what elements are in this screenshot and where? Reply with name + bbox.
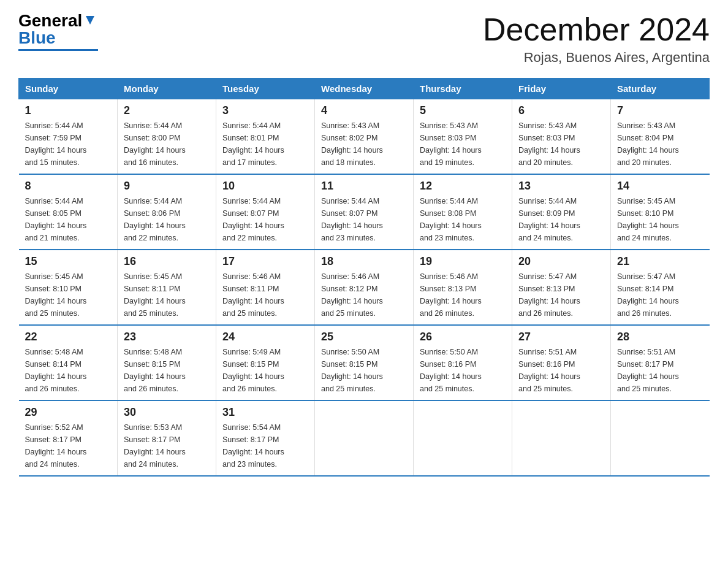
logo-triangle-icon — [83, 13, 97, 27]
day-info: Sunrise: 5:44 AM Sunset: 8:07 PM Dayligh… — [321, 195, 407, 244]
table-row: 15 Sunrise: 5:45 AM Sunset: 8:10 PM Dayl… — [19, 250, 118, 325]
location-subtitle: Rojas, Buenos Aires, Argentina — [483, 50, 710, 66]
header-sunday: Sunday — [19, 79, 118, 99]
table-row: 29 Sunrise: 5:52 AM Sunset: 8:17 PM Dayl… — [19, 400, 118, 476]
table-row — [315, 400, 414, 476]
day-info: Sunrise: 5:49 AM Sunset: 8:15 PM Dayligh… — [222, 346, 308, 395]
calendar-header-row: Sunday Monday Tuesday Wednesday Thursday… — [19, 79, 710, 99]
table-row: 14 Sunrise: 5:45 AM Sunset: 8:10 PM Dayl… — [611, 174, 710, 250]
table-row: 1 Sunrise: 5:44 AM Sunset: 7:59 PM Dayli… — [19, 99, 118, 175]
table-row — [512, 400, 611, 476]
calendar-week-row: 8 Sunrise: 5:44 AM Sunset: 8:05 PM Dayli… — [19, 174, 710, 250]
day-info: Sunrise: 5:50 AM Sunset: 8:16 PM Dayligh… — [420, 346, 506, 395]
table-row: 26 Sunrise: 5:50 AM Sunset: 8:16 PM Dayl… — [414, 325, 512, 400]
day-info: Sunrise: 5:47 AM Sunset: 8:13 PM Dayligh… — [518, 270, 604, 320]
day-number: 24 — [222, 331, 308, 343]
table-row: 21 Sunrise: 5:47 AM Sunset: 8:14 PM Dayl… — [611, 250, 710, 325]
day-info: Sunrise: 5:43 AM Sunset: 8:03 PM Dayligh… — [420, 120, 506, 169]
day-number: 2 — [124, 104, 210, 117]
day-number: 22 — [25, 331, 112, 343]
day-number: 6 — [518, 104, 604, 117]
header-thursday: Thursday — [414, 79, 512, 99]
table-row: 2 Sunrise: 5:44 AM Sunset: 8:00 PM Dayli… — [118, 99, 216, 175]
table-row: 12 Sunrise: 5:44 AM Sunset: 8:08 PM Dayl… — [414, 174, 512, 250]
day-info: Sunrise: 5:46 AM Sunset: 8:12 PM Dayligh… — [321, 270, 407, 320]
day-info: Sunrise: 5:48 AM Sunset: 8:14 PM Dayligh… — [25, 346, 112, 395]
day-info: Sunrise: 5:43 AM Sunset: 8:03 PM Dayligh… — [518, 120, 604, 169]
day-info: Sunrise: 5:53 AM Sunset: 8:17 PM Dayligh… — [124, 421, 210, 470]
day-number: 15 — [25, 255, 112, 268]
day-number: 23 — [124, 331, 210, 343]
table-row: 4 Sunrise: 5:43 AM Sunset: 8:02 PM Dayli… — [315, 99, 414, 175]
day-info: Sunrise: 5:51 AM Sunset: 8:17 PM Dayligh… — [617, 346, 703, 395]
title-area: December 2024 Rojas, Buenos Aires, Argen… — [483, 12, 710, 66]
table-row: 16 Sunrise: 5:45 AM Sunset: 8:11 PM Dayl… — [118, 250, 216, 325]
day-number: 11 — [321, 180, 407, 193]
day-info: Sunrise: 5:44 AM Sunset: 8:00 PM Dayligh… — [124, 120, 210, 169]
svg-marker-0 — [86, 16, 94, 25]
day-info: Sunrise: 5:44 AM Sunset: 8:07 PM Dayligh… — [222, 195, 308, 244]
day-number: 7 — [617, 104, 703, 117]
day-info: Sunrise: 5:43 AM Sunset: 8:02 PM Dayligh… — [321, 120, 407, 169]
day-info: Sunrise: 5:44 AM Sunset: 7:59 PM Dayligh… — [25, 120, 112, 169]
table-row — [414, 400, 512, 476]
day-info: Sunrise: 5:43 AM Sunset: 8:04 PM Dayligh… — [617, 120, 703, 169]
day-number: 10 — [222, 180, 308, 193]
day-info: Sunrise: 5:50 AM Sunset: 8:15 PM Dayligh… — [321, 346, 407, 395]
day-number: 17 — [222, 255, 308, 268]
logo-underline — [18, 49, 98, 51]
header-wednesday: Wednesday — [315, 79, 414, 99]
day-info: Sunrise: 5:44 AM Sunset: 8:06 PM Dayligh… — [124, 195, 210, 244]
table-row: 10 Sunrise: 5:44 AM Sunset: 8:07 PM Dayl… — [216, 174, 315, 250]
day-info: Sunrise: 5:48 AM Sunset: 8:15 PM Dayligh… — [124, 346, 210, 395]
table-row: 11 Sunrise: 5:44 AM Sunset: 8:07 PM Dayl… — [315, 174, 414, 250]
day-number: 13 — [518, 180, 604, 193]
calendar-week-row: 22 Sunrise: 5:48 AM Sunset: 8:14 PM Dayl… — [19, 325, 710, 400]
day-number: 31 — [222, 406, 308, 419]
day-number: 27 — [518, 331, 604, 343]
table-row: 27 Sunrise: 5:51 AM Sunset: 8:16 PM Dayl… — [512, 325, 611, 400]
table-row: 8 Sunrise: 5:44 AM Sunset: 8:05 PM Dayli… — [19, 174, 118, 250]
day-number: 14 — [617, 180, 703, 193]
day-number: 25 — [321, 331, 407, 343]
table-row: 22 Sunrise: 5:48 AM Sunset: 8:14 PM Dayl… — [19, 325, 118, 400]
table-row: 3 Sunrise: 5:44 AM Sunset: 8:01 PM Dayli… — [216, 99, 315, 175]
logo-general-text: General — [18, 12, 82, 29]
header-monday: Monday — [118, 79, 216, 99]
table-row: 24 Sunrise: 5:49 AM Sunset: 8:15 PM Dayl… — [216, 325, 315, 400]
day-number: 4 — [321, 104, 407, 117]
day-info: Sunrise: 5:44 AM Sunset: 8:01 PM Dayligh… — [222, 120, 308, 169]
calendar-table: Sunday Monday Tuesday Wednesday Thursday… — [18, 78, 710, 477]
month-title: December 2024 — [483, 12, 710, 47]
day-number: 30 — [124, 406, 210, 419]
day-info: Sunrise: 5:45 AM Sunset: 8:10 PM Dayligh… — [25, 270, 112, 320]
page-header: General Blue December 2024 Rojas, Buenos… — [18, 12, 710, 66]
day-number: 16 — [124, 255, 210, 268]
day-number: 3 — [222, 104, 308, 117]
calendar-week-row: 29 Sunrise: 5:52 AM Sunset: 8:17 PM Dayl… — [19, 400, 710, 476]
header-friday: Friday — [512, 79, 611, 99]
day-info: Sunrise: 5:45 AM Sunset: 8:11 PM Dayligh… — [124, 270, 210, 320]
header-tuesday: Tuesday — [216, 79, 315, 99]
table-row: 18 Sunrise: 5:46 AM Sunset: 8:12 PM Dayl… — [315, 250, 414, 325]
table-row — [611, 400, 710, 476]
table-row: 7 Sunrise: 5:43 AM Sunset: 8:04 PM Dayli… — [611, 99, 710, 175]
day-info: Sunrise: 5:46 AM Sunset: 8:11 PM Dayligh… — [222, 270, 308, 320]
day-number: 12 — [420, 180, 506, 193]
logo: General Blue — [18, 12, 98, 51]
table-row: 19 Sunrise: 5:46 AM Sunset: 8:13 PM Dayl… — [414, 250, 512, 325]
calendar-week-row: 15 Sunrise: 5:45 AM Sunset: 8:10 PM Dayl… — [19, 250, 710, 325]
table-row: 20 Sunrise: 5:47 AM Sunset: 8:13 PM Dayl… — [512, 250, 611, 325]
day-info: Sunrise: 5:44 AM Sunset: 8:09 PM Dayligh… — [518, 195, 604, 244]
day-number: 9 — [124, 180, 210, 193]
day-number: 21 — [617, 255, 703, 268]
table-row: 13 Sunrise: 5:44 AM Sunset: 8:09 PM Dayl… — [512, 174, 611, 250]
day-info: Sunrise: 5:44 AM Sunset: 8:05 PM Dayligh… — [25, 195, 112, 244]
day-info: Sunrise: 5:44 AM Sunset: 8:08 PM Dayligh… — [420, 195, 506, 244]
table-row: 30 Sunrise: 5:53 AM Sunset: 8:17 PM Dayl… — [118, 400, 216, 476]
day-number: 26 — [420, 331, 506, 343]
day-info: Sunrise: 5:51 AM Sunset: 8:16 PM Dayligh… — [518, 346, 604, 395]
day-info: Sunrise: 5:54 AM Sunset: 8:17 PM Dayligh… — [222, 421, 308, 470]
day-number: 18 — [321, 255, 407, 268]
header-saturday: Saturday — [611, 79, 710, 99]
